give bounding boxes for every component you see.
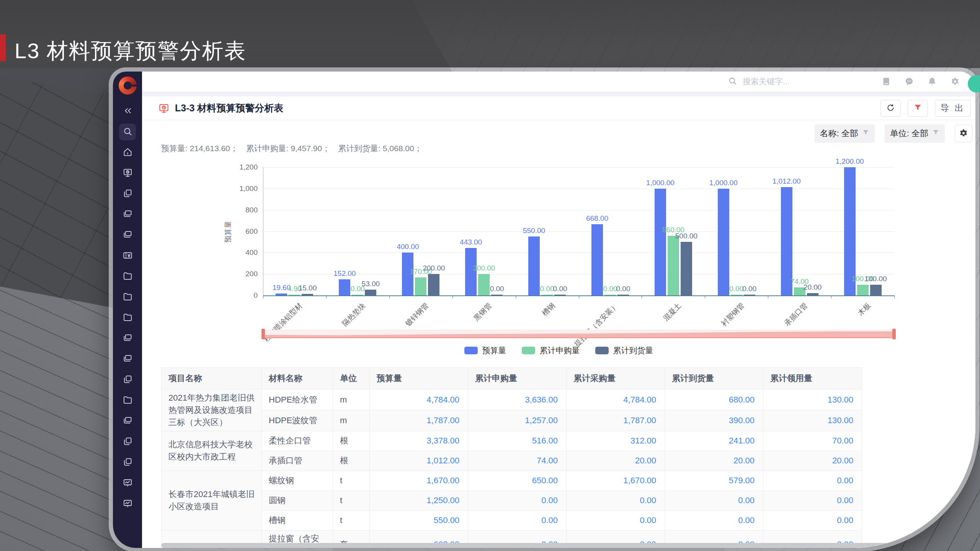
value-cell[interactable]: 0.00	[665, 510, 763, 530]
legend-item-累计申购量[interactable]: 累计申购量	[522, 345, 580, 356]
notebook-icon[interactable]	[881, 77, 891, 86]
value-cell[interactable]: 3,378.00	[370, 431, 468, 451]
gear-icon[interactable]	[950, 77, 960, 86]
settings-gear-button[interactable]	[955, 125, 972, 142]
folder-icon	[122, 292, 133, 303]
horizontal-scrollbar[interactable]	[161, 543, 911, 548]
sidebar-item-4-copy-icon[interactable]	[119, 186, 136, 202]
bar-预算量-隔热垫块[interactable]	[339, 279, 350, 295]
bar-累计申购量-粉末喷涂铝型材[interactable]	[289, 295, 300, 296]
bar-累计到货量-隔热垫块[interactable]	[365, 290, 376, 295]
value-cell[interactable]: 1,670.00	[370, 471, 468, 491]
sidebar-item-5-windows-icon[interactable]	[119, 206, 136, 223]
value-cell[interactable]: 0.00	[567, 491, 665, 510]
bar-累计到货量-黑钢管[interactable]	[491, 295, 503, 296]
value-cell[interactable]: 650.00	[468, 471, 567, 491]
sidebar-item-7-invoice-icon[interactable]	[119, 248, 136, 264]
value-cell[interactable]: 74.00	[468, 451, 567, 471]
bar-累计申购量-提拉窗（含安装）[interactable]	[604, 295, 616, 296]
bar-累计申购量-衬塑钢管[interactable]	[731, 295, 742, 296]
bar-预算量-衬塑钢管[interactable]	[718, 189, 729, 295]
bar-累计申购量-槽钢[interactable]	[541, 295, 553, 296]
value-cell[interactable]: 1,670.00	[567, 471, 665, 491]
value-cell[interactable]: 130.00	[763, 410, 862, 431]
bell-icon[interactable]	[927, 77, 937, 86]
bar-累计到货量-槽钢[interactable]	[554, 295, 566, 296]
bar-累计到货量-木板[interactable]	[870, 285, 882, 295]
legend-item-累计到货量[interactable]: 累计到货量	[595, 345, 653, 356]
value-cell[interactable]: 4,784.00	[370, 390, 468, 410]
sidebar-item-19-monitor-line-icon[interactable]	[119, 496, 136, 512]
sidebar-item-0-collapse-icon[interactable]	[119, 103, 136, 120]
app-logo[interactable]	[119, 77, 137, 95]
value-cell[interactable]: 241.00	[665, 431, 763, 451]
bar-累计到货量-衬塑钢管[interactable]	[744, 295, 755, 296]
value-cell[interactable]: 20.00	[763, 451, 862, 471]
sidebar-item-17-copy-icon[interactable]	[119, 454, 136, 471]
value-cell[interactable]: 516.00	[468, 431, 567, 451]
bar-累计申购量-隔热垫块[interactable]	[352, 295, 363, 296]
bar-预算量-槽钢[interactable]	[528, 236, 540, 295]
sidebar-item-16-copy-icon[interactable]	[119, 434, 136, 450]
filter-chip-0[interactable]: 名称: 全部	[815, 124, 875, 143]
bar-累计到货量-粉末喷涂铝型材[interactable]	[302, 294, 313, 295]
sidebar-item-11-windows-icon[interactable]	[119, 330, 136, 347]
refresh-button[interactable]	[880, 100, 901, 117]
value-cell[interactable]: 579.00	[665, 471, 763, 491]
filter-button[interactable]	[908, 100, 928, 117]
bar-累计申购量-镀锌钢管[interactable]	[415, 277, 426, 295]
bar-累计到货量-提拉窗（含安装）[interactable]	[617, 295, 629, 296]
value-cell[interactable]: 70.00	[763, 431, 862, 451]
datazoom-handle-left[interactable]	[261, 329, 265, 339]
datazoom-slider[interactable]	[263, 330, 894, 338]
bar-累计到货量-承插口管[interactable]	[807, 293, 818, 295]
sidebar-item-1-search-icon[interactable]	[119, 124, 136, 140]
value-cell[interactable]: 0.00	[763, 510, 862, 530]
export-button[interactable]: 导 出	[935, 100, 971, 117]
value-cell[interactable]: 1,250.00	[370, 491, 468, 510]
value-cell[interactable]: 0.00	[567, 510, 665, 530]
sidebar-item-10-folder-icon[interactable]	[119, 310, 136, 326]
value-cell[interactable]: 0.00	[468, 510, 567, 530]
value-cell[interactable]: 550.00	[370, 510, 468, 530]
value-cell[interactable]: 680.00	[665, 390, 763, 410]
bar-预算量-混凝土[interactable]	[655, 189, 666, 295]
bar-累计申购量-混凝土[interactable]	[668, 236, 679, 295]
value-cell[interactable]: 0.00	[763, 471, 862, 491]
value-cell[interactable]: 0.00	[665, 491, 763, 510]
value-cell[interactable]: 390.00	[665, 410, 763, 431]
bar-预算量-提拉窗（含安装）[interactable]	[591, 224, 603, 295]
chat-icon[interactable]	[904, 77, 914, 86]
value-cell[interactable]: 20.00	[665, 451, 763, 471]
sidebar-item-2-home-icon[interactable]	[119, 144, 136, 161]
value-cell[interactable]: 4,784.00	[567, 390, 665, 410]
search-input[interactable]: 搜索关键字...	[728, 76, 790, 87]
bar-累计到货量-镀锌钢管[interactable]	[428, 274, 439, 295]
value-cell[interactable]: 1,257.00	[468, 410, 567, 431]
bar-累计到货量-混凝土[interactable]	[681, 242, 692, 295]
legend-item-预算量[interactable]: 预算量	[464, 345, 506, 356]
bar-累计申购量-黑钢管[interactable]	[478, 274, 490, 295]
sidebar-item-8-folder-icon[interactable]	[119, 268, 136, 285]
value-cell[interactable]: 0.00	[763, 491, 862, 510]
value-cell[interactable]: 130.00	[763, 390, 862, 410]
filter-chip-1[interactable]: 单位: 全部	[885, 124, 945, 143]
bar-累计申购量-木板[interactable]	[857, 285, 869, 295]
sidebar-item-15-windows-icon[interactable]	[119, 413, 136, 430]
value-cell[interactable]: 1,012.00	[370, 451, 468, 471]
sidebar-item-6-windows-icon[interactable]	[119, 227, 136, 244]
sidebar-item-3-monitor-chart-icon[interactable]	[119, 165, 136, 182]
value-cell[interactable]: 1,787.00	[567, 410, 665, 431]
sidebar-item-12-windows-icon[interactable]	[119, 351, 136, 368]
value-cell[interactable]: 0.00	[468, 491, 567, 510]
datazoom-handle-right[interactable]	[892, 329, 896, 339]
sidebar-item-13-copy-icon[interactable]	[119, 372, 136, 388]
value-cell[interactable]: 312.00	[567, 431, 665, 451]
value-cell[interactable]: 20.00	[567, 451, 665, 471]
value-cell[interactable]: 3,636.00	[468, 390, 567, 410]
sidebar-item-18-monitor-line-icon[interactable]	[119, 475, 136, 492]
value-cell[interactable]: 1,787.00	[370, 410, 468, 431]
sidebar-item-9-folder-icon[interactable]	[119, 289, 136, 306]
sidebar-item-14-folder-icon[interactable]	[119, 392, 136, 409]
bar-预算量-粉末喷涂铝型材[interactable]	[276, 293, 287, 295]
